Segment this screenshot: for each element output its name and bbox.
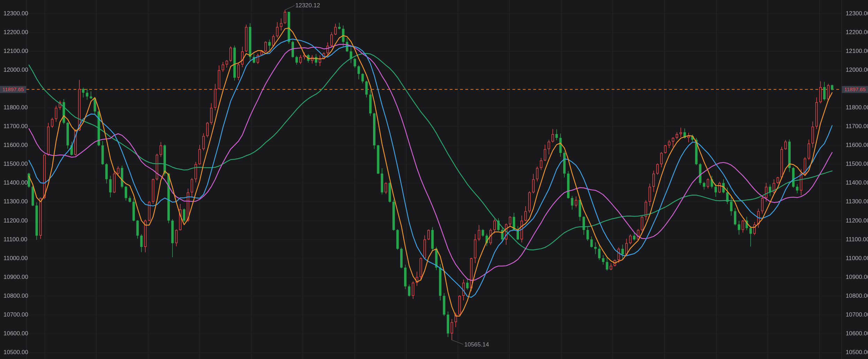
price-tick-label: 10900.00 — [3, 274, 28, 280]
price-tick-label: 10500.00 — [3, 349, 28, 356]
current-price-value: 11897.65 — [844, 86, 866, 92]
price-tick-label: 12200.00 — [3, 29, 28, 36]
price-tick-label: 11400.00 — [846, 180, 868, 186]
current-price-label-right: 11897.65 — [842, 86, 868, 93]
price-tick-label: 11700.00 — [846, 123, 868, 130]
price-tick-label: 12300.00 — [3, 10, 28, 17]
left-price-axis[interactable]: 12300.0012200.0012100.0012000.0011800.00… — [0, 0, 26, 359]
price-tick-label: 12200.00 — [846, 29, 868, 36]
high-price-value: 12320.12 — [295, 2, 320, 9]
price-tick-label: 11300.00 — [846, 198, 868, 205]
price-tick-label: 11800.00 — [3, 104, 28, 111]
price-tick-label: 11000.00 — [846, 255, 868, 262]
price-tick-label: 10900.00 — [846, 274, 868, 280]
price-tick-label: 11500.00 — [846, 161, 868, 167]
price-tick-label: 11600.00 — [3, 142, 28, 148]
low-price-value: 10565.14 — [464, 341, 489, 348]
price-tick-label: 12300.00 — [846, 10, 868, 17]
price-tick-label: 11100.00 — [846, 236, 868, 243]
price-tick-label: 11700.00 — [3, 123, 28, 130]
price-tick-label: 11000.00 — [3, 255, 28, 262]
current-price-value: 11897.65 — [2, 86, 24, 92]
price-tick-label: 10800.00 — [3, 293, 28, 299]
price-tick-label: 11600.00 — [846, 142, 868, 148]
price-tick-label: 12100.00 — [846, 48, 868, 54]
right-price-axis[interactable]: 12300.0012200.0012100.0012000.0011800.00… — [842, 0, 868, 359]
price-tick-label: 10700.00 — [3, 312, 28, 318]
candlestick-plot-canvas[interactable] — [0, 0, 868, 359]
high-price-annotation: 12320.12 — [295, 2, 320, 9]
price-tick-label: 12100.00 — [3, 48, 28, 54]
trading-chart: 12300.0012200.0012100.0012000.0011800.00… — [0, 0, 868, 359]
price-tick-label: 11100.00 — [3, 236, 27, 243]
price-tick-label: 10600.00 — [846, 330, 868, 337]
price-tick-label: 10600.00 — [3, 330, 28, 337]
price-tick-label: 11300.00 — [3, 198, 28, 205]
current-price-label-left: 11897.65 — [0, 86, 26, 93]
price-tick-label: 11200.00 — [3, 218, 28, 224]
low-price-annotation: 10565.14 — [464, 341, 489, 348]
price-tick-label: 12000.00 — [846, 67, 868, 73]
price-tick-label: 12000.00 — [3, 67, 28, 73]
price-tick-label: 11800.00 — [846, 104, 868, 111]
price-tick-label: 11200.00 — [846, 218, 868, 224]
price-tick-label: 11500.00 — [3, 161, 28, 167]
price-tick-label: 10500.00 — [846, 349, 868, 356]
price-tick-label: 11400.00 — [3, 180, 28, 186]
price-tick-label: 10800.00 — [846, 293, 868, 299]
price-tick-label: 10700.00 — [846, 312, 868, 318]
